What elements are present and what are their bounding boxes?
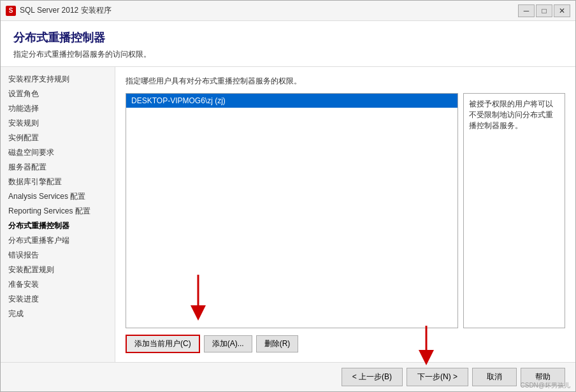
sidebar-item-disk[interactable]: 磁盘空间要求 bbox=[1, 145, 115, 160]
window-title: SQL Server 2012 安装程序 bbox=[20, 5, 112, 16]
main-description: 指定哪些用户具有对分布式重播控制器服务的权限。 bbox=[126, 76, 565, 87]
sidebar-item-distributed-controller[interactable]: 分布式重播控制器 bbox=[1, 219, 115, 233]
minimize-button[interactable]: ─ bbox=[518, 4, 535, 17]
info-panel: 被授予权限的用户将可以不受限制地访问分布式重播控制器服务。 bbox=[463, 93, 565, 328]
page-subtitle: 指定分布式重播控制器服务的访问权限。 bbox=[13, 49, 563, 60]
main-window: S SQL Server 2012 安装程序 ─ □ ✕ 分布式重播控制器 指定… bbox=[0, 0, 576, 392]
user-list-panel[interactable]: DESKTOP-VIPMOG6\zj (zj) bbox=[126, 93, 458, 328]
main-content: 指定哪些用户具有对分布式重播控制器服务的权限。 DESKTOP-VIPMOG6\… bbox=[115, 67, 575, 362]
app-icon: S bbox=[6, 6, 16, 16]
sidebar-item-setup-rules[interactable]: 安装程序支持规则 bbox=[1, 72, 115, 87]
next-button[interactable]: 下一步(N) > bbox=[407, 368, 468, 386]
sidebar-item-install-rules[interactable]: 安装规则 bbox=[1, 116, 115, 131]
sidebar-item-features[interactable]: 功能选择 bbox=[1, 101, 115, 116]
maximize-button[interactable]: □ bbox=[536, 4, 552, 17]
sidebar-item-instance[interactable]: 实例配置 bbox=[1, 131, 115, 145]
sidebar-item-distributed-client[interactable]: 分布式重播客户端 bbox=[1, 233, 115, 248]
header-section: 分布式重播控制器 指定分布式重播控制器服务的访问权限。 bbox=[1, 21, 575, 67]
sidebar-item-config-rules[interactable]: 安装配置规则 bbox=[1, 263, 115, 277]
sidebar-item-progress[interactable]: 安装进度 bbox=[1, 292, 115, 307]
sidebar-item-reporting[interactable]: Reporting Services 配置 bbox=[1, 204, 115, 219]
footer: < 上一步(B) 下一步(N) > 取消 帮助 CSDN@坏男孩儿 bbox=[1, 362, 575, 391]
close-button[interactable]: ✕ bbox=[554, 4, 570, 17]
back-button[interactable]: < 上一步(B) bbox=[342, 368, 403, 386]
sidebar: 安装程序支持规则 设置角色 功能选择 安装规则 实例配置 磁盘空间要求 服务器配… bbox=[1, 67, 115, 362]
sidebar-item-error-report[interactable]: 错误报告 bbox=[1, 248, 115, 263]
page-title: 分布式重播控制器 bbox=[13, 30, 563, 45]
add-current-user-button[interactable]: 添加当前用户(C) bbox=[126, 335, 200, 353]
user-list-item[interactable]: DESKTOP-VIPMOG6\zj (zj) bbox=[126, 94, 457, 108]
remove-button[interactable]: 删除(R) bbox=[256, 335, 299, 352]
sidebar-item-role[interactable]: 设置角色 bbox=[1, 87, 115, 101]
title-bar-left: S SQL Server 2012 安装程序 bbox=[6, 5, 112, 16]
sidebar-item-complete[interactable]: 完成 bbox=[1, 307, 115, 321]
window-controls: ─ □ ✕ bbox=[518, 4, 570, 17]
button-row: 添加当前用户(C) 添加(A)... 删除(R) bbox=[126, 335, 565, 353]
sidebar-item-ready[interactable]: 准备安装 bbox=[1, 277, 115, 292]
watermark: CSDN@坏男孩儿 bbox=[521, 381, 571, 390]
add-button[interactable]: 添加(A)... bbox=[204, 335, 252, 352]
sidebar-item-server-config[interactable]: 服务器配置 bbox=[1, 160, 115, 175]
cancel-button[interactable]: 取消 bbox=[472, 368, 517, 386]
title-bar: S SQL Server 2012 安装程序 ─ □ ✕ bbox=[1, 1, 575, 21]
panel-area: DESKTOP-VIPMOG6\zj (zj) 被授予权限的用户将可以不受限制地… bbox=[126, 93, 565, 328]
sidebar-item-analysis[interactable]: Analysis Services 配置 bbox=[1, 189, 115, 204]
sidebar-item-db-engine[interactable]: 数据库引擎配置 bbox=[1, 175, 115, 189]
content-area: 安装程序支持规则 设置角色 功能选择 安装规则 实例配置 磁盘空间要求 服务器配… bbox=[1, 67, 575, 362]
